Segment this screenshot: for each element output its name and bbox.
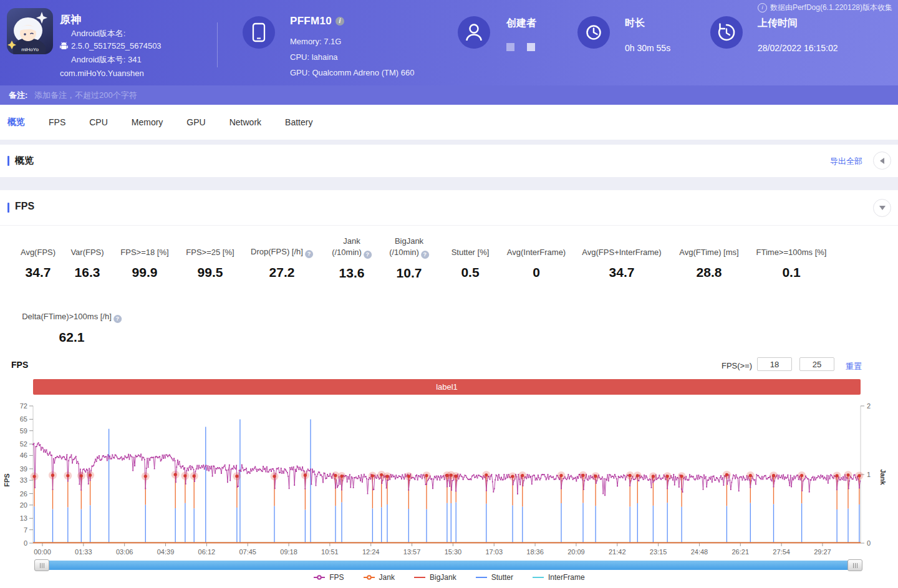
legend-item-bigjank[interactable]: BigJank: [413, 573, 456, 582]
upload-label: 上传时间: [758, 17, 798, 30]
collected-by-note: i 数据由PerfDog(6.1.220128)版本收集: [758, 2, 892, 13]
fps-threshold-input-2[interactable]: [799, 357, 834, 371]
svg-text:21:42: 21:42: [609, 548, 626, 556]
stat-avg-fps-interframe-: Avg(FPS+InterFrame)34.7: [582, 236, 661, 280]
device-gpu: GPU: Qualcomm Adreno (TM) 660: [290, 68, 414, 77]
legend-swatch-icon: [413, 574, 426, 581]
chart-range-scrollbar[interactable]: [34, 559, 862, 571]
perfdog-report-page: i 数据由PerfDog(6.1.220128)版本收集 miHoYo 原神 A…: [0, 0, 898, 588]
svg-text:65: 65: [20, 415, 27, 423]
svg-text:59: 59: [20, 427, 27, 435]
svg-text:15:30: 15:30: [445, 548, 462, 556]
report-header: i 数据由PerfDog(6.1.220128)版本收集 miHoYo 原神 A…: [0, 0, 898, 85]
svg-text:Jank: Jank: [879, 469, 887, 485]
game-app-icon: miHoYo: [7, 8, 53, 54]
android-icon: [60, 42, 68, 51]
svg-text:46: 46: [20, 451, 27, 459]
note-placeholder[interactable]: 添加备注，不超过200个字符: [34, 85, 137, 105]
collapse-fps-button[interactable]: [873, 199, 891, 217]
svg-text:0: 0: [867, 539, 871, 547]
header-divider: [217, 22, 218, 67]
stat-avg-interframe-: Avg(InterFrame)0: [507, 236, 566, 280]
scrollbar-left-handle[interactable]: [34, 559, 49, 571]
phone-icon: [243, 16, 275, 49]
tab-bar: 概览FPSCPUMemoryGPUNetworkBattery: [0, 105, 898, 140]
svg-text:0: 0: [24, 539, 27, 547]
stat-avg-ftime-ms-: Avg(FTime) [ms]28.8: [679, 236, 738, 280]
tab-GPU[interactable]: GPU: [186, 117, 205, 127]
svg-text:52: 52: [20, 440, 27, 448]
svg-text:13: 13: [20, 514, 27, 522]
section-gap: [0, 140, 898, 145]
svg-text:29:27: 29:27: [814, 548, 831, 556]
android-version-row: 2.5.0_5517525_5674503: [60, 41, 162, 51]
reset-link[interactable]: 重置: [846, 361, 862, 372]
svg-text:12:24: 12:24: [362, 548, 380, 556]
grip-icon: [853, 563, 857, 568]
android-version-label: Android版本名:: [71, 28, 125, 39]
svg-text:26:21: 26:21: [732, 548, 750, 556]
legend-item-interframe[interactable]: InterFrame: [532, 573, 585, 582]
scrollbar-range-fill[interactable]: [48, 561, 849, 570]
fps-threshold-input-1[interactable]: [757, 357, 792, 371]
stat-value: 99.5: [186, 265, 234, 280]
legend-item-fps[interactable]: FPS: [313, 573, 344, 582]
tab-CPU[interactable]: CPU: [89, 117, 108, 127]
svg-text:23:15: 23:15: [650, 548, 667, 556]
upload-icon-circle: [710, 16, 743, 49]
fps-chart[interactable]: 726559524639332620137021000:0001:3303:06…: [0, 399, 898, 558]
duration-label: 时长: [625, 17, 645, 30]
android-version-value: 2.5.0_5517525_5674503: [71, 41, 162, 51]
svg-text:1: 1: [867, 471, 871, 478]
stat-value: 10.7: [389, 266, 429, 281]
svg-text:18:36: 18:36: [526, 548, 544, 556]
help-icon[interactable]: ?: [421, 251, 429, 259]
tab-Network[interactable]: Network: [229, 117, 261, 127]
svg-text:miHoYo: miHoYo: [21, 47, 39, 52]
device-icon-circle: [243, 16, 275, 49]
help-icon[interactable]: ?: [364, 251, 372, 259]
legend-label: Stutter: [491, 573, 513, 582]
info-icon: i: [758, 3, 767, 12]
help-icon[interactable]: ?: [113, 315, 122, 323]
svg-text:72: 72: [20, 402, 27, 410]
duration-value: 0h 30m 55s: [625, 43, 670, 53]
legend-label: BigJank: [430, 573, 456, 582]
export-all-link[interactable]: 导出全部: [830, 156, 862, 167]
stat-label: Avg(FPS): [21, 236, 56, 258]
stat-value: 34.7: [582, 265, 661, 280]
stat-value: 0.5: [451, 265, 490, 280]
svg-text:27:54: 27:54: [773, 548, 790, 556]
device-name-row: PFFM10i: [290, 15, 344, 27]
svg-text:06:12: 06:12: [198, 548, 216, 556]
stat-label: Avg(InterFrame): [507, 236, 566, 258]
stat-label: Var(FPS): [70, 236, 104, 258]
stat-ftime-100ms-: FTime>=100ms [%]0.1: [756, 236, 827, 280]
collapse-left-button[interactable]: [873, 152, 891, 170]
tab-FPS[interactable]: FPS: [49, 117, 65, 127]
help-icon[interactable]: ?: [305, 250, 313, 258]
stat-value: 99.9: [120, 265, 168, 280]
duration-icon-circle: [577, 16, 610, 49]
stat-label: Stutter [%]: [451, 236, 490, 258]
svg-text:10:51: 10:51: [321, 548, 339, 556]
creator-name-redacted-1: [506, 43, 514, 51]
legend-item-jank[interactable]: Jank: [363, 573, 395, 582]
chart-annotation-banner[interactable]: label1: [33, 379, 861, 395]
svg-text:39: 39: [20, 465, 27, 473]
svg-text:20: 20: [20, 501, 27, 509]
tab-Battery[interactable]: Battery: [285, 117, 312, 127]
tab-Memory[interactable]: Memory: [132, 117, 163, 127]
device-info-icon[interactable]: i: [336, 17, 344, 26]
game-title: 原神: [60, 12, 82, 27]
legend-swatch-icon: [532, 574, 544, 581]
legend-item-stutter[interactable]: Stutter: [475, 573, 513, 582]
scrollbar-right-handle[interactable]: [847, 559, 862, 571]
svg-text:00:00: 00:00: [34, 548, 51, 556]
svg-text:2: 2: [867, 402, 871, 410]
svg-text:17:03: 17:03: [485, 548, 503, 556]
tab-概览[interactable]: 概览: [7, 117, 25, 128]
svg-text:33: 33: [20, 476, 27, 484]
creator-name-redacted-2: [527, 43, 535, 51]
note-bar[interactable]: 备注: 添加备注，不超过200个字符: [0, 85, 898, 105]
